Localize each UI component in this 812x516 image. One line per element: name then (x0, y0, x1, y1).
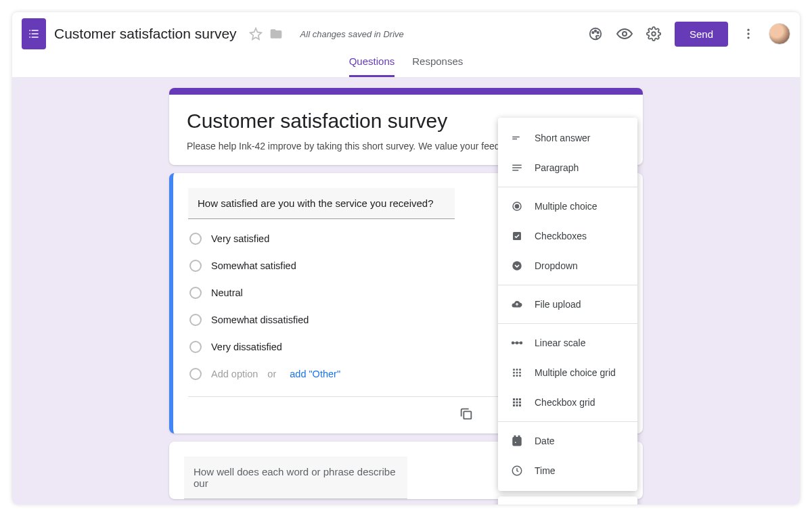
qtype-label: Short answer (535, 133, 590, 143)
svg-point-18 (512, 261, 522, 271)
radio-icon (189, 287, 202, 299)
qtype-label: Time (535, 465, 556, 476)
svg-point-31 (519, 375, 521, 377)
svg-point-28 (519, 372, 521, 374)
folder-icon[interactable] (269, 27, 283, 41)
date-icon (510, 434, 524, 448)
svg-rect-38 (513, 404, 515, 406)
duplicate-icon[interactable] (459, 406, 474, 421)
svg-point-26 (513, 372, 515, 374)
or-label: or (267, 369, 276, 379)
tabs: Questions Responses (12, 55, 800, 77)
svg-rect-12 (512, 165, 522, 166)
question2-title-preview[interactable]: How well does each word or phrase descri… (184, 456, 407, 499)
svg-rect-33 (516, 398, 518, 400)
qtype-multiple-choice-collapsed[interactable]: Multiple choice (498, 502, 637, 505)
more-icon[interactable] (742, 27, 755, 41)
qtype-short-answer[interactable]: Short answer (498, 123, 637, 153)
option-label[interactable]: Neutral (211, 287, 243, 298)
short-answer-icon (510, 131, 524, 145)
qtype-label: Multiple choice grid (535, 367, 616, 378)
star-icon[interactable] (249, 27, 263, 41)
form-canvas: Customer satisfaction survey Please help… (12, 77, 800, 505)
checkbox-grid-icon (510, 396, 524, 409)
paragraph-icon (510, 161, 524, 174)
radio-icon (189, 368, 202, 380)
svg-rect-11 (512, 139, 517, 140)
svg-point-23 (513, 369, 515, 371)
question-title-input[interactable]: How satisfied are you with the service y… (188, 188, 455, 219)
checkbox-icon (510, 229, 524, 243)
svg-point-27 (516, 372, 518, 374)
header-toolbar: Customer satisfaction survey All changes… (12, 12, 800, 55)
mc-grid-icon (510, 366, 524, 379)
forms-logo[interactable] (22, 18, 46, 49)
question-type-menu-collapsed: Multiple choice (498, 496, 637, 505)
qtype-file-upload[interactable]: File upload (498, 289, 637, 319)
option-label[interactable]: Very dissatisfied (211, 342, 282, 352)
svg-rect-10 (512, 137, 520, 138)
svg-rect-17 (513, 232, 521, 240)
preview-icon[interactable] (616, 26, 633, 42)
svg-rect-37 (519, 402, 521, 404)
send-button[interactable]: Send (675, 22, 728, 47)
svg-rect-40 (519, 404, 521, 406)
radio-icon (189, 233, 202, 245)
svg-point-5 (652, 32, 656, 36)
qtype-time[interactable]: Time (498, 456, 637, 486)
question-type-menu: Short answer Paragraph Multiple choice C… (498, 118, 637, 491)
svg-point-16 (515, 204, 518, 208)
qtype-label: Dropdown (535, 260, 578, 271)
qtype-dropdown[interactable]: Dropdown (498, 251, 637, 281)
avatar[interactable] (769, 23, 790, 45)
settings-icon[interactable] (646, 26, 661, 41)
svg-point-21 (516, 342, 518, 344)
radio-icon (189, 260, 202, 272)
palette-icon[interactable] (588, 26, 603, 41)
qtype-label: Checkbox grid (535, 397, 595, 408)
dropdown-icon (510, 259, 524, 273)
option-label[interactable]: Somewhat satisfied (211, 260, 296, 271)
svg-rect-36 (516, 402, 518, 404)
svg-rect-44 (514, 442, 516, 444)
qtype-label: Paragraph (535, 162, 579, 173)
svg-rect-14 (512, 170, 518, 171)
svg-point-4 (623, 32, 627, 36)
option-label[interactable]: Very satisfied (211, 233, 269, 244)
add-option-label[interactable]: Add option (211, 369, 258, 379)
form-title[interactable]: Customer satisfaction survey (54, 26, 237, 42)
qtype-linear-scale[interactable]: Linear scale (498, 328, 637, 358)
save-status: All changes saved in Drive (300, 29, 404, 39)
qtype-label: Multiple choice (535, 201, 597, 212)
add-other-link[interactable]: add "Other" (290, 369, 340, 379)
svg-point-1 (592, 32, 593, 33)
option-label[interactable]: Somewhat dissatisfied (211, 314, 309, 325)
svg-rect-13 (512, 167, 522, 168)
svg-rect-9 (464, 411, 471, 419)
svg-point-25 (519, 369, 521, 371)
radio-icon (510, 200, 524, 213)
svg-point-8 (747, 37, 749, 39)
qtype-label: File upload (535, 299, 581, 310)
svg-point-24 (516, 369, 518, 371)
svg-point-22 (520, 342, 522, 344)
radio-icon (189, 341, 202, 353)
tab-responses[interactable]: Responses (412, 55, 463, 77)
svg-point-30 (516, 375, 518, 377)
svg-rect-42 (514, 436, 516, 438)
svg-point-6 (747, 29, 749, 31)
qtype-paragraph[interactable]: Paragraph (498, 153, 637, 183)
qtype-checkbox-grid[interactable]: Checkbox grid (498, 388, 637, 417)
qtype-mc-grid[interactable]: Multiple choice grid (498, 358, 637, 388)
svg-point-29 (513, 375, 515, 377)
cloud-upload-icon (510, 298, 524, 311)
svg-rect-32 (513, 398, 515, 400)
qtype-checkboxes[interactable]: Checkboxes (498, 221, 637, 251)
time-icon (510, 464, 524, 477)
qtype-date[interactable]: Date (498, 426, 637, 456)
svg-rect-43 (518, 436, 520, 438)
qtype-multiple-choice[interactable]: Multiple choice (498, 191, 637, 221)
tab-questions[interactable]: Questions (349, 55, 395, 77)
svg-rect-39 (516, 404, 518, 406)
qtype-label: Linear scale (535, 337, 586, 348)
